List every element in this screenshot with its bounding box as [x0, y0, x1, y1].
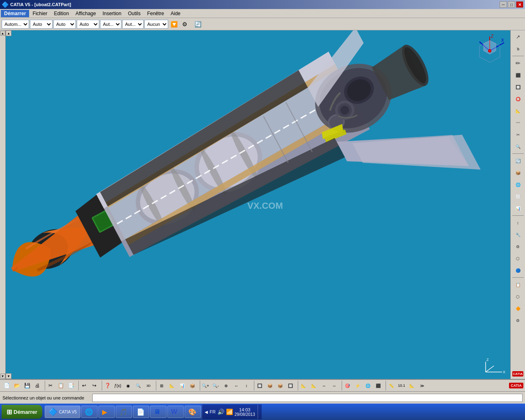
taskbar-catia2[interactable]: 🖥 [150, 406, 167, 418]
tray-show-desktop[interactable] [258, 405, 259, 419]
right-btn-circle[interactable]: 🔵 [512, 265, 524, 276]
right-btn-diamond[interactable]: 🔶 [512, 303, 524, 314]
btn-zoom-in[interactable]: 🔍+ [201, 381, 210, 390]
btn-paste[interactable]: 📑 [66, 381, 76, 390]
btn-rotate2[interactable]: ↕ [242, 381, 251, 390]
btn-undo[interactable]: ↩ [79, 381, 89, 390]
btn-shaded2[interactable]: 📦 [275, 381, 285, 390]
right-btn-zoom[interactable]: 🔍 [512, 141, 524, 152]
taskbar-paint[interactable]: 🎨 [185, 406, 201, 418]
btn-fit[interactable]: ⊕ [221, 381, 231, 390]
toolbar-dropdown-5[interactable]: Aut... [100, 20, 121, 29]
menu-demarrer[interactable]: Démarrer [1, 10, 29, 17]
btn-redo[interactable]: ↪ [89, 381, 99, 390]
right-btn-cut[interactable]: ✂ [512, 129, 524, 140]
menu-outils[interactable]: Outils [125, 10, 144, 17]
btn-front[interactable]: 📐 [299, 381, 308, 390]
menu-affichage[interactable]: Affichage [72, 10, 99, 17]
btn-zoom-out[interactable]: 🔍- [211, 381, 221, 390]
toolbar-rotate-btn[interactable]: 🔄 [193, 20, 203, 29]
taskbar-acrobat[interactable]: 📄 [133, 406, 149, 418]
btn-solid[interactable]: ⬛ [373, 381, 383, 390]
close-button[interactable]: ✕ [516, 1, 523, 8]
right-btn-pocket[interactable]: 🔲 [512, 81, 524, 93]
toolbar-dropdown-1[interactable]: Autom... [2, 20, 29, 29]
right-btn-hex[interactable]: ⬡ [512, 253, 524, 264]
right-btn-shaft[interactable]: ⭕ [512, 93, 524, 105]
btn-box[interactable]: 📦 [187, 381, 197, 390]
btn-edge[interactable]: ⚡ [353, 381, 363, 390]
btn-formula[interactable]: ƒ(x) [113, 381, 123, 390]
btn-surface[interactable]: 🌐 [363, 381, 373, 390]
btn-snap[interactable]: 📐 [167, 381, 177, 390]
btn-measure[interactable]: 📏 [386, 381, 396, 390]
right-btn-part[interactable]: 📦 [512, 167, 524, 178]
toolbar-dropdown-3[interactable]: Auto [53, 20, 76, 29]
btn-search[interactable]: 🔍 [133, 381, 143, 390]
toolbar-dropdown-4[interactable]: Auto [77, 20, 99, 29]
btn-open[interactable]: 📂 [12, 381, 22, 390]
taskbar-media[interactable]: ▶ [98, 406, 115, 418]
btn-hidden[interactable]: 🔲 [285, 381, 295, 390]
right-btn-hex2[interactable]: ⬡ [512, 291, 524, 302]
btn-point[interactable]: 🎯 [342, 381, 352, 390]
viewport-scroll-down[interactable]: ▼ [6, 373, 11, 379]
btn-shaded[interactable]: 📦 [265, 381, 275, 390]
right-btn-pad[interactable]: ⬛ [512, 69, 524, 81]
toolbar-dropdown-7[interactable]: Aucun [144, 20, 168, 29]
btn-back[interactable]: 📐 [309, 381, 319, 390]
taskbar-word[interactable]: W [167, 406, 184, 418]
right-btn-fillet[interactable]: 📐 [512, 105, 524, 116]
tray-network[interactable]: 📶 [226, 409, 233, 415]
btn-measure2[interactable]: 10.1 [397, 381, 406, 390]
btn-cut[interactable]: ✂ [46, 381, 55, 390]
scroll-down-arrow[interactable]: ▼ [0, 374, 5, 379]
btn-print[interactable]: 🖨 [32, 381, 42, 390]
menu-edition[interactable]: Edition [50, 10, 72, 17]
btn-grid[interactable]: ⊞ [157, 381, 167, 390]
btn-copy[interactable]: 📋 [56, 381, 66, 390]
right-btn-gear[interactable]: ⚙ [512, 241, 524, 252]
menu-insertion[interactable]: Insertion [99, 10, 125, 17]
right-btn-plane[interactable]: ⬜ [512, 191, 524, 202]
btn-3d[interactable]: 3D [144, 381, 153, 390]
right-btn-cursor[interactable]: 🖱 [512, 43, 524, 55]
right-btn-wrench[interactable]: 🔧 [512, 229, 524, 240]
minimize-button[interactable]: ─ [500, 1, 507, 8]
scroll-up-arrow[interactable]: ▲ [0, 31, 5, 36]
right-btn-chart[interactable]: 📊 [512, 203, 524, 214]
menu-fichier[interactable]: Fichier [29, 10, 50, 17]
btn-left[interactable]: ↔ [319, 381, 329, 390]
btn-help[interactable]: ❓ [103, 381, 112, 390]
right-btn-settings[interactable]: ⚙ [512, 315, 524, 326]
btn-measure3[interactable]: 📐 [407, 381, 417, 390]
tray-arrow[interactable]: ◀ [205, 410, 208, 414]
toolbar-dropdown-2[interactable]: Auto [30, 20, 52, 29]
taskbar-catia[interactable]: 🔷 CATIA V5 [45, 406, 80, 418]
3d-viewport[interactable]: VX.COM Z X [6, 30, 510, 379]
btn-right[interactable]: ↔ [329, 381, 339, 390]
right-btn-globe[interactable]: 🌐 [512, 179, 524, 190]
toolbar-filter-btn[interactable]: 🔽 [169, 20, 179, 29]
right-btn-mirror[interactable]: ↕ [512, 217, 524, 228]
btn-more[interactable]: ≫ [417, 381, 427, 390]
btn-select2[interactable]: 📊 [177, 381, 187, 390]
viewport-scroll-up[interactable]: ▲ [6, 30, 11, 36]
right-btn-sketch[interactable]: ✏ [512, 57, 524, 69]
right-btn-rotate[interactable]: 🔄 [512, 155, 524, 167]
taskbar-music[interactable]: 🎵 [116, 406, 132, 418]
taskbar-explorer[interactable]: 🌐 [81, 406, 98, 418]
btn-save[interactable]: 💾 [22, 381, 32, 390]
status-input-area[interactable] [92, 394, 523, 402]
btn-new[interactable]: 📄 [2, 381, 11, 390]
start-button[interactable]: ⊞ Démarrer [2, 405, 42, 419]
menu-fenetre[interactable]: Fenêtre [144, 10, 167, 17]
btn-macro[interactable]: ◉ [123, 381, 133, 390]
right-btn-chamfer[interactable]: 〰 [512, 117, 524, 128]
maximize-button[interactable]: □ [508, 1, 515, 8]
btn-wireframe[interactable]: 🔲 [255, 381, 265, 390]
right-btn-clipboard[interactable]: 📋 [512, 279, 524, 290]
btn-pan[interactable]: ↔ [231, 381, 241, 390]
toolbar-options-btn[interactable]: ⚙ [180, 20, 189, 29]
right-btn-select[interactable]: ↗ [512, 31, 524, 43]
